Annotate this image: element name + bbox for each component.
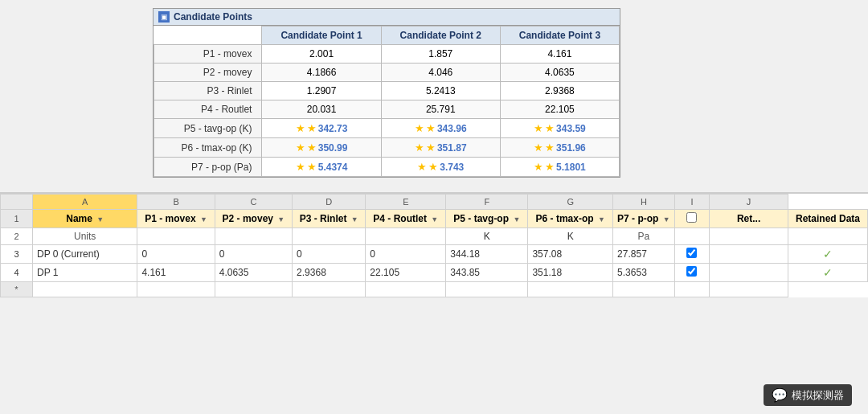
star-icon: ★ xyxy=(415,122,424,134)
col-j-header: J xyxy=(710,195,788,210)
col-g-header: G xyxy=(528,195,613,210)
p1-dropdown-arrow[interactable]: ▼ xyxy=(200,215,207,223)
field-p4-header: P4 - Routlet ▼ xyxy=(366,210,446,228)
ret-checkbox-input[interactable] xyxy=(686,212,697,223)
col-d-header: D xyxy=(293,195,366,210)
name-cell-1: DP 1 xyxy=(33,264,137,282)
row-num-1: 1 xyxy=(1,210,33,228)
empty-header xyxy=(154,27,262,45)
cand-cell-4-1: ★★343.96 xyxy=(381,119,500,138)
retained-checkbox-cell-0[interactable] xyxy=(674,245,709,264)
p6-label: P6 - tmax-op xyxy=(536,213,594,224)
row-num-2: 2 xyxy=(1,228,33,245)
star-icon: ★ xyxy=(545,141,555,154)
star-icon: ★ xyxy=(307,141,317,154)
p7-label: P7 - p-op xyxy=(617,213,658,224)
cand-row-4: P5 - tavg-op (K)★★342.73★★343.96★★343.59 xyxy=(154,119,620,138)
star-row-num: * xyxy=(1,282,33,297)
p6-dropdown-arrow[interactable]: ▼ xyxy=(598,215,605,223)
retained-checkbox-cell-1[interactable] xyxy=(674,264,709,282)
cand-cell-5-2: ★★351.96 xyxy=(500,138,619,158)
col-letter-row: A B C D E F G H I J xyxy=(1,195,868,210)
units-name: Units xyxy=(33,228,137,245)
star-row-cell-2 xyxy=(215,282,292,297)
p3-dropdown-arrow[interactable]: ▼ xyxy=(351,215,358,223)
cand-cell-1-2: 4.0635 xyxy=(500,64,619,82)
p6-cell-1: 351.18 xyxy=(528,264,613,282)
units-p6: K xyxy=(528,228,613,245)
field-ret-checkbox[interactable] xyxy=(674,210,709,228)
collapse-icon[interactable]: ▣ xyxy=(158,11,170,23)
spreadsheet-wrapper: A B C D E F G H I J 1 Name ▼ xyxy=(0,194,868,297)
star-row-cell-9 xyxy=(710,282,788,297)
cand-cell-3-0: 20.031 xyxy=(262,100,381,119)
name-dropdown-arrow[interactable]: ▼ xyxy=(96,215,104,223)
field-header-row: 1 Name ▼ P1 - movex ▼ P2 - movey ▼ P3 - xyxy=(1,210,868,228)
cand-row-2: P3 - Rinlet1.29075.24132.9368 xyxy=(154,82,620,100)
star-icon: ★ xyxy=(426,141,436,154)
sheet-row-0: 3DP 0 (Current)0000344.18357.0827.857✓ xyxy=(1,245,868,264)
cand-cell-0-2: 4.161 xyxy=(500,45,619,64)
p5-dropdown-arrow[interactable]: ▼ xyxy=(513,215,520,223)
p2-label: P2 - movey xyxy=(223,213,273,224)
star-row-cell-1 xyxy=(137,282,215,297)
cand-row-3: P4 - Routlet20.03125.79122.105 xyxy=(154,100,620,119)
ret-empty-0 xyxy=(710,245,788,264)
units-p4 xyxy=(366,228,446,245)
star-icon: ★ xyxy=(534,141,543,154)
star-row-cell-0 xyxy=(33,282,137,297)
star-row-cell-7 xyxy=(613,282,675,297)
p2-cell-1: 4.0635 xyxy=(215,264,292,282)
star-new-row: * xyxy=(1,282,868,297)
cand-cell-0-0: 2.001 xyxy=(262,45,381,64)
units-p7: Pa xyxy=(613,228,675,245)
units-retained xyxy=(788,228,867,245)
cand-cell-1-1: 4.046 xyxy=(381,64,500,82)
ret-empty-1 xyxy=(710,264,788,282)
candidate-points-title: Candidate Points xyxy=(174,11,252,23)
p2-cell-0: 0 xyxy=(215,245,292,264)
name-label: Name xyxy=(66,213,92,224)
field-p7-header: P7 - p-op ▼ xyxy=(613,210,675,228)
field-name-header: Name ▼ xyxy=(33,210,137,228)
star-value: 3.743 xyxy=(440,162,464,173)
cand-row-label-3: P4 - Routlet xyxy=(154,100,262,119)
p5-cell-0: 344.18 xyxy=(446,245,528,264)
cand-row-label-0: P1 - movex xyxy=(154,45,262,64)
retained-checkbox-0[interactable] xyxy=(686,248,697,258)
col-f-header: F xyxy=(446,195,528,210)
field-p1-header: P1 - movex ▼ xyxy=(137,210,215,228)
retained-checkbox-1[interactable] xyxy=(686,266,697,277)
cand-cell-2-2: 2.9368 xyxy=(500,82,619,100)
check-icon: ✓ xyxy=(823,248,833,260)
p4-cell-1: 22.105 xyxy=(366,264,446,282)
cand-row-label-5: P6 - tmax-op (K) xyxy=(154,138,262,158)
star-value: 343.96 xyxy=(437,123,467,134)
spreadsheet-table: A B C D E F G H I J 1 Name ▼ xyxy=(0,194,868,297)
star-icon: ★ xyxy=(428,161,438,173)
cand-cell-5-1: ★★351.87 xyxy=(381,138,500,158)
star-icon: ★ xyxy=(296,161,305,173)
p1-label: P1 - movex xyxy=(145,213,195,224)
cand-row-1: P2 - movey4.18664.0464.0635 xyxy=(154,64,620,82)
cand-row-0: P1 - movex2.0011.8574.161 xyxy=(154,45,620,64)
units-ret2 xyxy=(710,228,788,245)
cand-row-label-1: P2 - movey xyxy=(154,64,262,82)
watermark: 💬 模拟探测器 xyxy=(764,384,852,406)
star-icon: ★ xyxy=(545,161,555,173)
star-row-cell-6 xyxy=(528,282,613,297)
units-p5: K xyxy=(446,228,528,245)
star-icon: ★ xyxy=(534,122,543,134)
cand-cell-0-1: 1.857 xyxy=(381,45,500,64)
field-p6-header: P6 - tmax-op ▼ xyxy=(528,210,613,228)
p7-dropdown-arrow[interactable]: ▼ xyxy=(663,215,670,223)
cand-cell-6-0: ★★5.4374 xyxy=(262,158,381,177)
p2-dropdown-arrow[interactable]: ▼ xyxy=(277,215,285,223)
field-p5-header: P5 - tavg-op ▼ xyxy=(446,210,528,228)
p1-cell-0: 0 xyxy=(137,245,215,264)
p1-cell-1: 4.161 xyxy=(137,264,215,282)
col-header-cp3: Candidate Point 3 xyxy=(500,27,619,45)
star-row-cell-4 xyxy=(366,282,446,297)
p4-dropdown-arrow[interactable]: ▼ xyxy=(431,215,438,223)
col-c-header: C xyxy=(215,195,292,210)
